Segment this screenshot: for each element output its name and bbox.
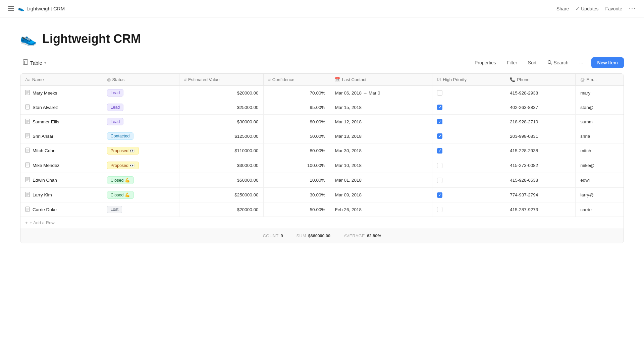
cell-email[interactable]: stan@ bbox=[576, 100, 624, 115]
cell-name[interactable]: Larry Kim bbox=[20, 188, 102, 202]
cell-email[interactable]: carrie bbox=[576, 202, 624, 217]
cell-confidence[interactable]: 80.00% bbox=[263, 143, 330, 158]
cell-phone[interactable]: 415-928-6538 bbox=[505, 173, 576, 188]
cell-phone[interactable]: 402-263-8837 bbox=[505, 100, 576, 115]
cell-high-priority[interactable] bbox=[432, 188, 505, 202]
cell-name[interactable]: Mike Mendez bbox=[20, 158, 102, 173]
cell-high-priority[interactable] bbox=[432, 115, 505, 129]
cell-name[interactable]: Shri Ansari bbox=[20, 129, 102, 143]
updates-button[interactable]: ✓ Updates bbox=[576, 6, 598, 11]
properties-button[interactable]: Properties bbox=[472, 58, 499, 67]
cell-email[interactable]: mike@ bbox=[576, 158, 624, 173]
cell-value[interactable]: $25000.00 bbox=[179, 100, 263, 115]
filter-button[interactable]: Filter bbox=[504, 58, 520, 67]
cell-phone[interactable]: 203-998-0831 bbox=[505, 129, 576, 143]
cell-high-priority[interactable] bbox=[432, 158, 505, 173]
cell-value[interactable]: $50000.00 bbox=[179, 173, 263, 188]
cell-high-priority[interactable] bbox=[432, 143, 505, 158]
col-name: Aa Name bbox=[20, 74, 102, 86]
more-menu-button[interactable]: ··· bbox=[629, 5, 636, 12]
cell-confidence[interactable]: 95.00% bbox=[263, 100, 330, 115]
add-row-button[interactable]: + + Add a Row bbox=[20, 217, 624, 229]
cell-phone[interactable]: 415-273-0082 bbox=[505, 158, 576, 173]
new-item-button[interactable]: New Item bbox=[591, 57, 624, 68]
cell-confidence[interactable]: 10.00% bbox=[263, 173, 330, 188]
share-button[interactable]: Share bbox=[556, 6, 569, 11]
cell-confidence[interactable]: 50.00% bbox=[263, 202, 330, 217]
priority-checkbox[interactable] bbox=[437, 119, 442, 124]
cell-confidence[interactable]: 100.00% bbox=[263, 158, 330, 173]
cell-email[interactable]: mitch bbox=[576, 143, 624, 158]
cell-last-contact[interactable]: Mar 30, 2018 bbox=[330, 143, 432, 158]
cell-phone[interactable]: 218-928-2710 bbox=[505, 115, 576, 129]
cell-last-contact[interactable]: Mar 12, 2018 bbox=[330, 115, 432, 129]
cell-email[interactable]: shria bbox=[576, 129, 624, 143]
cell-last-contact[interactable]: Mar 15, 2018 bbox=[330, 100, 432, 115]
cell-status[interactable]: Lead bbox=[102, 86, 179, 100]
hamburger-button[interactable] bbox=[8, 6, 14, 11]
priority-checkbox[interactable] bbox=[437, 133, 442, 139]
cell-phone[interactable]: 415-287-9273 bbox=[505, 202, 576, 217]
cell-high-priority[interactable] bbox=[432, 86, 505, 100]
cell-last-contact[interactable]: Mar 13, 2018 bbox=[330, 129, 432, 143]
sort-button[interactable]: Sort bbox=[525, 58, 539, 67]
name-text: Shri Ansari bbox=[33, 134, 54, 139]
table-row: Edwin Chan Closed 💪$50000.0010.00%Mar 01… bbox=[20, 173, 624, 188]
cell-email[interactable]: summ bbox=[576, 115, 624, 129]
cell-status[interactable]: Closed 💪 bbox=[102, 173, 179, 188]
cell-status[interactable]: Closed 💪 bbox=[102, 188, 179, 202]
cell-email[interactable]: edwi bbox=[576, 173, 624, 188]
cell-confidence[interactable]: 30.00% bbox=[263, 188, 330, 202]
cell-name[interactable]: Stan Alvarez bbox=[20, 100, 102, 115]
cell-value[interactable]: $30000.00 bbox=[179, 158, 263, 173]
cell-value[interactable]: $110000.00 bbox=[179, 143, 263, 158]
cell-email[interactable]: mary bbox=[576, 86, 624, 100]
cell-high-priority[interactable] bbox=[432, 129, 505, 143]
cell-confidence[interactable]: 50.00% bbox=[263, 129, 330, 143]
cell-name[interactable]: Edwin Chan bbox=[20, 173, 102, 188]
cell-value[interactable]: $250000.00 bbox=[179, 188, 263, 202]
cell-name[interactable]: Mitch Cohn bbox=[20, 143, 102, 158]
cell-value[interactable]: $30000.00 bbox=[179, 115, 263, 129]
cell-status[interactable]: Lost bbox=[102, 202, 179, 217]
favorite-button[interactable]: Favorite bbox=[605, 6, 622, 11]
nav-right: Share ✓ Updates Favorite ··· bbox=[556, 5, 636, 12]
priority-checkbox[interactable] bbox=[437, 105, 442, 110]
cell-status[interactable]: Lead bbox=[102, 100, 179, 115]
cell-status[interactable]: Contacted bbox=[102, 129, 179, 143]
cell-last-contact[interactable]: Mar 06, 2018 → Mar 0 bbox=[330, 86, 432, 100]
cell-name[interactable]: Carrie Duke bbox=[20, 202, 102, 217]
cell-last-contact[interactable]: Mar 10, 2018 bbox=[330, 158, 432, 173]
cell-high-priority[interactable] bbox=[432, 100, 505, 115]
cell-high-priority[interactable] bbox=[432, 202, 505, 217]
more-options-button[interactable]: ··· bbox=[577, 58, 586, 67]
cell-value[interactable]: $125000.00 bbox=[179, 129, 263, 143]
cell-phone[interactable]: 415-228-2938 bbox=[505, 143, 576, 158]
cell-name[interactable]: Mary Meeks bbox=[20, 86, 102, 100]
cell-confidence[interactable]: 80.00% bbox=[263, 115, 330, 129]
cell-status[interactable]: Lead bbox=[102, 115, 179, 129]
cell-last-contact[interactable]: Feb 26, 2018 bbox=[330, 202, 432, 217]
cell-status[interactable]: Proposed 👀 bbox=[102, 143, 179, 158]
cell-name[interactable]: Summer Ellis bbox=[20, 115, 102, 129]
cell-value[interactable]: $20000.00 bbox=[179, 86, 263, 100]
cell-email[interactable]: larry@ bbox=[576, 188, 624, 202]
priority-checkbox[interactable] bbox=[437, 90, 442, 96]
priority-checkbox[interactable] bbox=[437, 207, 442, 212]
cell-last-contact[interactable]: Mar 01, 2018 bbox=[330, 173, 432, 188]
average-label: AVERAGE bbox=[344, 234, 365, 238]
cell-high-priority[interactable] bbox=[432, 173, 505, 188]
cell-phone[interactable]: 774-937-2794 bbox=[505, 188, 576, 202]
priority-checkbox[interactable] bbox=[437, 148, 442, 154]
table-row: Mary Meeks Lead$20000.0070.00%Mar 06, 20… bbox=[20, 86, 624, 100]
priority-checkbox[interactable] bbox=[437, 163, 442, 168]
cell-last-contact[interactable]: Mar 09, 2018 bbox=[330, 188, 432, 202]
priority-checkbox[interactable] bbox=[437, 178, 442, 183]
cell-phone[interactable]: 415-928-2938 bbox=[505, 86, 576, 100]
cell-value[interactable]: $20000.00 bbox=[179, 202, 263, 217]
cell-confidence[interactable]: 70.00% bbox=[263, 86, 330, 100]
cell-status[interactable]: Proposed 👀 bbox=[102, 158, 179, 173]
table-view-button[interactable]: Table ▾ bbox=[20, 57, 49, 68]
search-button[interactable]: Search bbox=[545, 58, 571, 68]
priority-checkbox[interactable] bbox=[437, 192, 442, 198]
